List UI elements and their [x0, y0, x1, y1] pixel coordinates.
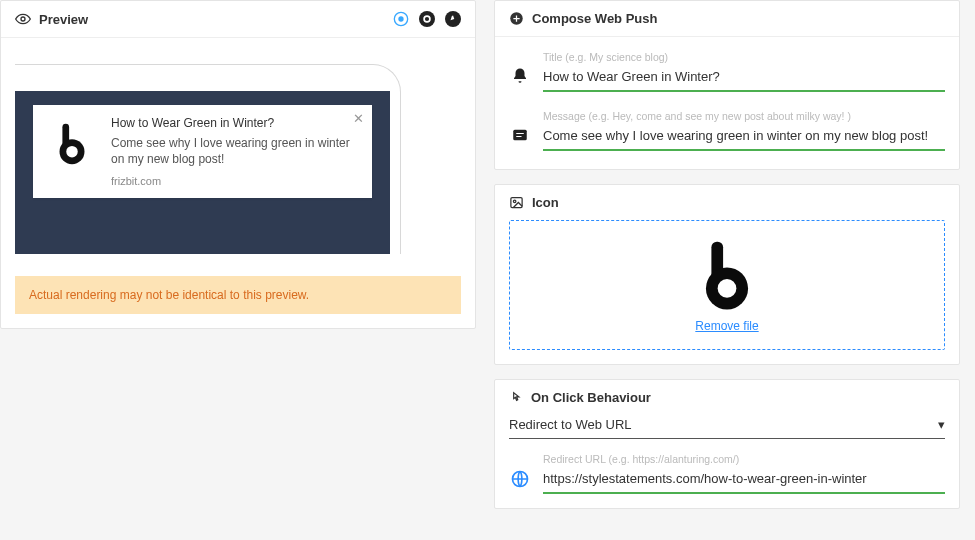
svg-rect-9	[513, 130, 527, 141]
notification-title: How to Wear Green in Winter?	[111, 115, 362, 131]
message-hint: Message (e.g. Hey, come and see my new p…	[543, 110, 945, 122]
notification-icon	[43, 115, 101, 173]
compose-card: Compose Web Push Title (e.g. My science …	[494, 0, 960, 170]
preview-header: Preview	[1, 1, 475, 38]
safari-icon[interactable]	[445, 11, 461, 27]
compose-title: Compose Web Push	[532, 11, 657, 26]
preview-title: Preview	[39, 12, 88, 27]
svg-point-4	[425, 17, 429, 21]
url-hint: Redirect URL (e.g. https://alanturing.co…	[543, 453, 945, 465]
message-icon	[509, 110, 531, 144]
preview-warning: Actual rendering may not be identical to…	[15, 276, 461, 314]
icon-card: Icon Remove file	[494, 184, 960, 365]
preview-card: Preview	[0, 0, 476, 329]
browser-icons	[393, 11, 461, 27]
title-hint: Title (e.g. My science blog)	[543, 51, 945, 63]
svg-point-11	[513, 200, 516, 203]
notification-preview: How to Wear Green in Winter? Come see wh…	[33, 105, 372, 198]
device-frame: How to Wear Green in Winter? Come see wh…	[15, 64, 401, 254]
pointer-icon	[509, 391, 523, 405]
image-icon	[509, 195, 524, 210]
message-input[interactable]	[543, 124, 945, 151]
bell-icon	[509, 51, 531, 85]
svg-rect-10	[511, 198, 522, 208]
notification-domain: frizbit.com	[111, 174, 362, 189]
close-icon[interactable]: ✕	[353, 111, 364, 126]
compose-header: Compose Web Push	[495, 1, 959, 37]
redirect-select[interactable]: Redirect to Web URL ▾	[509, 413, 945, 439]
redirect-url-input[interactable]	[543, 467, 945, 494]
onclick-card: On Click Behaviour Redirect to Web URL ▾…	[494, 379, 960, 509]
chevron-down-icon: ▾	[938, 417, 945, 432]
onclick-header: On Click Behaviour	[495, 380, 959, 407]
remove-file-link[interactable]: Remove file	[695, 319, 758, 333]
chrome-icon[interactable]	[393, 11, 409, 27]
svg-point-14	[718, 279, 737, 298]
svg-point-7	[66, 146, 78, 158]
icon-title: Icon	[532, 195, 559, 210]
svg-point-2	[398, 16, 403, 21]
title-input[interactable]	[543, 65, 945, 92]
device-screen: How to Wear Green in Winter? Come see wh…	[15, 91, 390, 254]
icon-header: Icon	[495, 185, 959, 214]
uploaded-icon	[688, 237, 766, 315]
firefox-icon[interactable]	[419, 11, 435, 27]
eye-icon	[15, 11, 31, 27]
onclick-title: On Click Behaviour	[531, 390, 651, 405]
svg-point-0	[21, 17, 25, 21]
redirect-select-value: Redirect to Web URL	[509, 417, 632, 432]
plus-circle-icon	[509, 11, 524, 26]
notification-message: Come see why I love wearing green in win…	[111, 135, 362, 167]
globe-icon	[509, 453, 531, 489]
icon-dropzone[interactable]: Remove file	[509, 220, 945, 350]
